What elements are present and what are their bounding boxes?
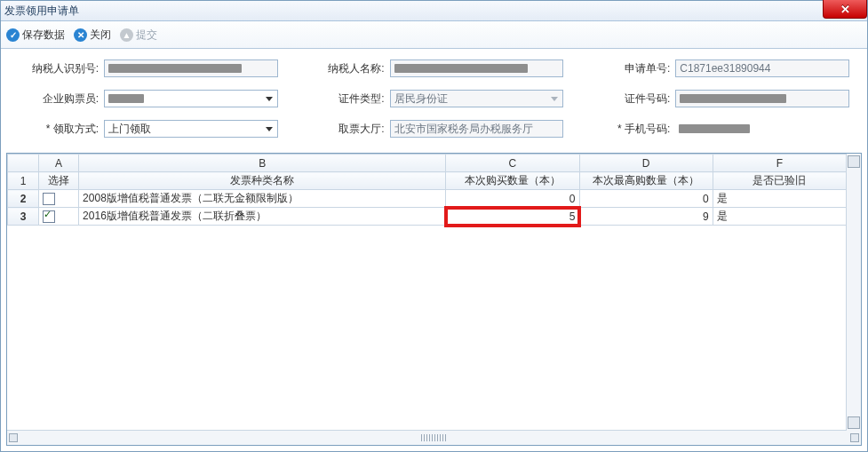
label-cert-type: 证件类型: (305, 91, 385, 107)
label-pickup-hall: 取票大厅: (305, 122, 385, 137)
rownum-cell[interactable]: 3 (8, 208, 39, 226)
label-app-no: 申请单号: (590, 61, 670, 76)
input-phone (675, 120, 849, 138)
col-select[interactable]: 选择 (39, 172, 79, 190)
col-letter-c[interactable]: C (446, 155, 579, 172)
save-label: 保存数据 (22, 28, 65, 43)
checkbox-icon[interactable] (43, 193, 55, 205)
scroll-down-button[interactable] (848, 416, 860, 429)
input-taxpayer-id (104, 59, 278, 77)
checkbox-icon[interactable] (43, 210, 55, 223)
cell-buy-qty-highlighted[interactable]: 5 (446, 208, 579, 226)
vertical-scrollbar[interactable] (846, 154, 861, 431)
input-cert-no (675, 90, 849, 107)
value-cert-type: 居民身份证 (394, 91, 448, 107)
cell-select[interactable] (39, 190, 79, 208)
select-cert-type: 居民身份证 (390, 90, 564, 107)
window-close-button[interactable]: ✕ (823, 0, 867, 19)
value-pickup-method: 上门领取 (108, 122, 151, 137)
field-taxpayer-id: 纳税人识别号: (19, 59, 278, 77)
grid-panel: A B C D F 1 选择 发票种类名称 本次购买数量（本） 本次最高购数量（… (6, 153, 862, 446)
field-purchaser: 企业购票员: (19, 90, 278, 107)
label-taxpayer-id: 纳税人识别号: (19, 61, 99, 76)
field-pickup-hall: 取票大厅: 北安市国家税务局办税服务厅 (305, 120, 564, 138)
field-cert-type: 证件类型: 居民身份证 (305, 90, 564, 107)
close-button[interactable]: ✕ 关闭 (74, 28, 111, 43)
column-letter-row: A B C D F (8, 155, 847, 172)
col-letter-b[interactable]: B (79, 155, 446, 172)
redacted-value (108, 94, 144, 103)
input-taxpayer-name (390, 59, 564, 77)
save-button[interactable]: ✓ 保存数据 (6, 28, 65, 43)
submit-label: 提交 (136, 28, 157, 43)
table-row: 2 2008版增值税普通发票（二联无金额限制版） 0 0 是 (8, 190, 847, 208)
column-header-row: 1 选择 发票种类名称 本次购买数量（本） 本次最高购数量（本） 是否已验旧 (8, 172, 847, 190)
input-pickup-hall: 北安市国家税务局办税服务厅 (390, 120, 564, 138)
label-taxpayer-name: 纳税人名称: (305, 61, 385, 76)
cell-max-qty[interactable]: 9 (579, 208, 713, 226)
label-cert-no: 证件号码: (590, 91, 670, 107)
field-taxpayer-name: 纳税人名称: (305, 59, 564, 77)
label-pickup-method: * 领取方式: (19, 122, 99, 137)
app-window: 发票领用申请单 ✕ ✓ 保存数据 ✕ 关闭 ▲ 提交 纳税人识别号: 纳税人名称… (0, 0, 868, 452)
rownum-header[interactable]: 1 (8, 172, 39, 190)
redacted-value (108, 64, 242, 73)
window-title: 发票领用申请单 (4, 4, 79, 19)
label-phone: * 手机号码: (590, 122, 670, 137)
field-cert-no: 证件号码: (590, 90, 849, 107)
redacted-value (680, 94, 786, 103)
col-letter-d[interactable]: D (579, 155, 713, 172)
table-row: 3 2016版增值税普通发票（二联折叠票） 5 9 是 (8, 208, 847, 226)
corner-cell[interactable] (8, 155, 39, 172)
check-icon: ✓ (6, 28, 20, 42)
col-letter-a[interactable]: A (39, 155, 79, 172)
col-buy-qty[interactable]: 本次购买数量（本） (446, 172, 579, 190)
label-purchaser: 企业购票员: (19, 91, 99, 107)
submit-button: ▲ 提交 (120, 28, 157, 43)
cell-buy-qty[interactable]: 0 (446, 190, 579, 208)
col-max-qty[interactable]: 本次最高购数量（本） (579, 172, 713, 190)
value-pickup-hall: 北安市国家税务局办税服务厅 (394, 122, 533, 137)
scroll-up-button[interactable] (848, 155, 860, 168)
scroll-right-button[interactable] (850, 433, 859, 442)
cell-name[interactable]: 2008版增值税普通发票（二联无金额限制版） (79, 190, 446, 208)
input-app-no: C1871ee31890944 (675, 59, 849, 77)
upload-icon: ▲ (120, 28, 133, 42)
cell-verified[interactable]: 是 (713, 208, 846, 226)
form-area: 纳税人识别号: 纳税人名称: 申请单号: C1871ee31890944 企业购… (1, 49, 867, 147)
col-letter-f[interactable]: F (713, 155, 846, 172)
col-name[interactable]: 发票种类名称 (79, 172, 446, 190)
cell-max-qty[interactable]: 0 (579, 190, 713, 208)
horizontal-scrollbar[interactable] (7, 430, 861, 445)
col-verified[interactable]: 是否已验旧 (713, 172, 846, 190)
close-icon: ✕ (840, 3, 850, 16)
toolbar: ✓ 保存数据 ✕ 关闭 ▲ 提交 (1, 21, 867, 49)
rownum-cell[interactable]: 2 (8, 190, 39, 208)
cell-select[interactable] (39, 208, 79, 226)
redacted-value (394, 64, 528, 73)
close-label: 关闭 (90, 28, 111, 43)
select-purchaser[interactable] (104, 90, 278, 107)
redacted-value (679, 124, 750, 133)
field-phone: * 手机号码: (590, 120, 849, 138)
scrollbar-grip-icon (421, 434, 448, 441)
cell-verified[interactable]: 是 (713, 190, 846, 208)
cell-name[interactable]: 2016版增值税普通发票（二联折叠票） (79, 208, 446, 226)
field-pickup-method: * 领取方式: 上门领取 (19, 120, 278, 138)
invoice-table: A B C D F 1 选择 发票种类名称 本次购买数量（本） 本次最高购数量（… (7, 154, 847, 226)
value-app-no: C1871ee31890944 (680, 62, 770, 75)
titlebar: 发票领用申请单 ✕ (1, 1, 867, 21)
select-pickup-method[interactable]: 上门领取 (104, 120, 278, 138)
x-icon: ✕ (74, 28, 87, 42)
field-app-no: 申请单号: C1871ee31890944 (590, 59, 849, 77)
scroll-left-button[interactable] (9, 433, 18, 442)
